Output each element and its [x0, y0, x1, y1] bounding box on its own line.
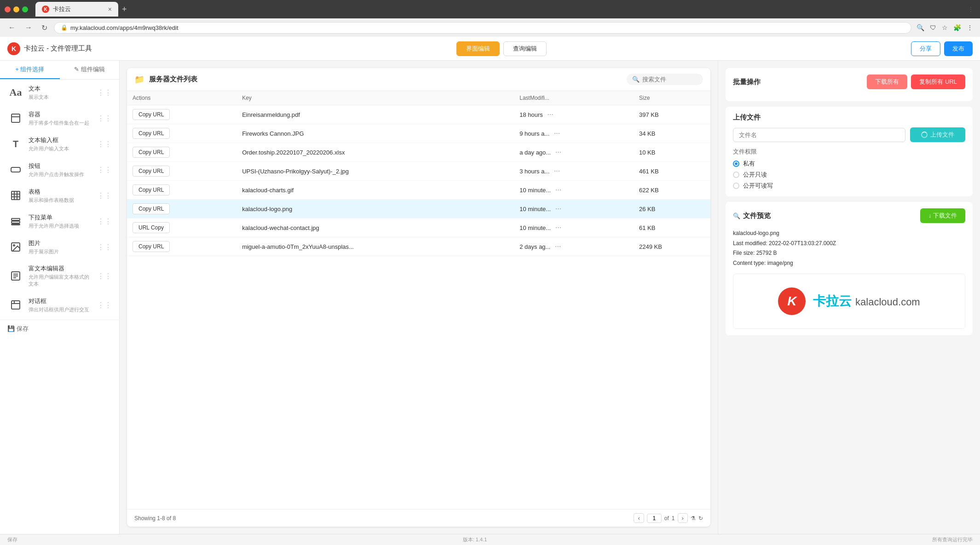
upload-file-button[interactable]: 上传文件 [910, 127, 965, 142]
copy-url-button[interactable]: URL Copy [133, 222, 170, 233]
radio-private-label: 私有 [743, 160, 755, 168]
drag-handle-dropdown[interactable]: ⋮⋮ [97, 217, 112, 226]
browser-menu-icon[interactable]: ⋮ [966, 4, 975, 14]
file-size: 461 KB [634, 162, 710, 181]
extensions-icon[interactable]: 🧩 [952, 23, 963, 33]
header-actions: 分享 发布 [911, 41, 973, 56]
component-name-dropdown: 下拉菜单 [29, 213, 92, 222]
download-all-button[interactable]: 下载所有 [867, 75, 907, 89]
more-dots-icon[interactable]: ··· [547, 110, 553, 118]
richtext-component-icon [7, 268, 24, 284]
table-row[interactable]: Copy URL UPSI-(Uzhasno-Prikolgyy-Salyut)… [127, 162, 710, 181]
drag-handle-button[interactable]: ⋮⋮ [97, 166, 112, 174]
maximize-dot[interactable] [22, 6, 28, 12]
component-item-textinput[interactable]: T 文本输入框 允许用户输入文本 ⋮⋮ [0, 131, 119, 157]
more-dots-icon[interactable]: ··· [555, 205, 561, 212]
table-row[interactable]: URL Copy kalacloud-wechat-contact.jpg 10… [127, 218, 710, 237]
copy-all-url-button[interactable]: 复制所有 URL [911, 75, 965, 89]
drag-handle-table[interactable]: ⋮⋮ [97, 191, 112, 200]
file-info: kalacloud-logo.png Last modified: 2022-0… [733, 229, 965, 268]
more-dots-icon[interactable]: ··· [555, 186, 561, 194]
publish-button[interactable]: 发布 [944, 41, 973, 56]
component-item-table[interactable]: 表格 展示和操作表格数据 ⋮⋮ [0, 183, 119, 208]
drag-handle-container[interactable]: ⋮⋮ [97, 114, 112, 123]
more-dots-icon[interactable]: ··· [555, 148, 561, 156]
back-button[interactable]: ← [6, 23, 18, 33]
forward-button[interactable]: → [22, 23, 35, 33]
page-input[interactable] [647, 514, 662, 523]
table-row[interactable]: Copy URL kalacloud-logo.png 10 minute...… [127, 200, 710, 218]
refresh-button[interactable]: ↻ [39, 23, 50, 33]
more-dots-icon[interactable]: ··· [554, 167, 560, 175]
kalacloud-brand: K 卡拉云 kalacloud.com [778, 287, 920, 315]
copy-url-button[interactable]: Copy URL [133, 109, 170, 120]
search-input[interactable] [642, 76, 698, 83]
copy-url-button[interactable]: Copy URL [133, 184, 170, 195]
more-dots-icon[interactable]: ··· [555, 224, 561, 231]
more-icon[interactable]: ⋮ [965, 23, 974, 33]
more-dots-icon[interactable]: ··· [555, 242, 561, 250]
prev-page-button[interactable]: ‹ [634, 513, 644, 523]
file-modified: 3 hours a... ··· [514, 162, 634, 181]
drag-handle-dialog[interactable]: ⋮⋮ [97, 301, 112, 310]
share-button[interactable]: 分享 [911, 41, 940, 56]
new-tab-button[interactable]: + [122, 5, 127, 14]
active-tab[interactable]: K 卡拉云 × [35, 2, 118, 17]
close-dot[interactable] [5, 6, 11, 12]
copy-url-button[interactable]: Copy URL [133, 147, 170, 158]
table-row[interactable]: Copy URL kalacloud-charts.gif 10 minute.… [127, 181, 710, 200]
radio-private[interactable]: 私有 [733, 160, 965, 168]
star-icon[interactable]: ☆ [940, 23, 949, 33]
component-item-container[interactable]: 容器 用于将多个组件集合在一起 ⋮⋮ [0, 105, 119, 131]
component-item-dropdown[interactable]: 下拉菜单 用于允许用户选择选项 ⋮⋮ [0, 208, 119, 234]
table-row[interactable]: Copy URL Order.toship.20220107_20220206.… [127, 143, 710, 162]
component-desc-container: 用于将多个组件集合在一起 [29, 120, 92, 126]
app-container: K 卡拉云 - 文件管理工具 界面编辑 查询编辑 分享 发布 + 组件选择 ✎ … [0, 37, 980, 545]
query-edit-tab[interactable]: 查询编辑 [503, 41, 547, 56]
save-label-bottom: 保存 [7, 536, 17, 543]
copy-url-button[interactable]: Copy URL [133, 241, 170, 252]
search-icon[interactable]: 🔍 [915, 23, 926, 33]
tab-close-icon[interactable]: × [108, 6, 112, 13]
more-dots-icon[interactable]: ··· [554, 129, 560, 137]
text-component-icon: Aa [7, 84, 24, 101]
download-file-button[interactable]: ↓ 下载文件 [920, 208, 965, 223]
file-modified: 10 minute... ··· [514, 218, 634, 237]
dropdown-component-icon [7, 213, 24, 229]
sidebar-tab-components[interactable]: + 组件选择 [0, 61, 60, 79]
drag-handle-image[interactable]: ⋮⋮ [97, 243, 112, 252]
radio-public-rw[interactable]: 公开可读写 [733, 182, 965, 190]
ui-edit-tab[interactable]: 界面编辑 [456, 41, 500, 56]
component-item-button[interactable]: 按钮 允许用户点击并触发操作 ⋮⋮ [0, 157, 119, 183]
drag-handle-text[interactable]: ⋮⋮ [97, 88, 112, 97]
file-modified: 10 minute... ··· [514, 181, 634, 200]
total-pages: 1 [672, 515, 675, 522]
table-row[interactable]: Copy URL Einreisanmeldung.pdf 18 hours ·… [127, 105, 710, 124]
minimize-dot[interactable] [13, 6, 19, 12]
sidebar-tab-edit[interactable]: ✎ 组件编辑 [60, 61, 120, 79]
component-desc-text: 展示文本 [29, 94, 92, 101]
shield-icon[interactable]: 🛡 [928, 23, 938, 33]
url-text: my.kalacloud.com/apps/4m9rwq38rk/edit [70, 24, 179, 31]
copy-url-button[interactable]: Copy URL [133, 166, 170, 177]
radio-public-read[interactable]: 公开只读 [733, 171, 965, 179]
component-item-dialog[interactable]: 对话框 弹出对话框供用户进行交互 ⋮⋮ [0, 292, 119, 318]
table-row[interactable]: Copy URL Fireworks Cannon.JPG 9 hours a.… [127, 124, 710, 143]
filter-icon[interactable]: ⚗ [691, 515, 696, 522]
batch-ops-header: 批量操作 下载所有 复制所有 URL [733, 75, 965, 89]
address-bar[interactable]: 🔒 my.kalacloud.com/apps/4m9rwq38rk/edit [54, 22, 911, 34]
copy-url-button[interactable]: Copy URL [133, 128, 170, 139]
component-desc-dropdown: 用于允许用户选择选项 [29, 223, 92, 229]
filename-input[interactable] [733, 128, 905, 142]
drag-handle-textinput[interactable]: ⋮⋮ [97, 140, 112, 149]
next-page-button[interactable]: › [678, 513, 688, 523]
refresh-icon[interactable]: ↻ [698, 515, 703, 522]
table-row[interactable]: Copy URL miguel-a-amutio-0Tm_2xYuuA8-uns… [127, 237, 710, 256]
copy-url-button[interactable]: Copy URL [133, 203, 170, 214]
drag-handle-richtext[interactable]: ⋮⋮ [97, 272, 112, 281]
component-item-image[interactable]: 图片 用于展示图片 ⋮⋮ [0, 234, 119, 260]
file-modified: 9 hours a... ··· [514, 124, 634, 143]
component-item-richtext[interactable]: 富文本编辑器 允许用户编辑富文本格式的文本 ⋮⋮ [0, 260, 119, 292]
component-item-text[interactable]: Aa 文本 展示文本 ⋮⋮ [0, 80, 119, 105]
component-desc-richtext: 允许用户编辑富文本格式的文本 [29, 274, 92, 287]
